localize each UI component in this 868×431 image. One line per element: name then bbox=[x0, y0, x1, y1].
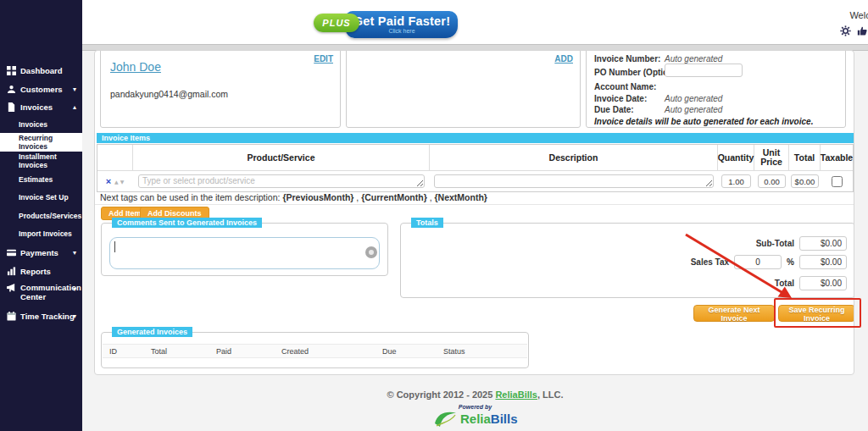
dashboard-icon bbox=[7, 66, 16, 75]
invoice-number-value: Auto generated bbox=[665, 54, 722, 64]
total-label: Total bbox=[775, 279, 794, 288]
taxable-column: Taxable bbox=[821, 145, 853, 170]
percent-sign: % bbox=[787, 257, 794, 267]
sidebar-item-communication-center[interactable]: Communication Center ▾ bbox=[0, 282, 82, 304]
copyright-prefix: © Copyright 2012 - 2025 bbox=[387, 390, 495, 400]
save-recurring-invoice-button[interactable]: Save Recurring Invoice bbox=[778, 305, 854, 322]
taxable-checkbox[interactable] bbox=[832, 176, 843, 187]
copyright-line: © Copyright 2012 - 2025 ReliaBills, LLC. bbox=[82, 390, 868, 400]
sidebar-sublabel: Invoices bbox=[19, 120, 47, 129]
reliabills-swoosh-icon bbox=[433, 410, 457, 428]
comment-addon-icon[interactable] bbox=[365, 246, 377, 258]
invoices-icon bbox=[7, 102, 16, 112]
copyright-suffix: , LLC. bbox=[537, 390, 564, 400]
generated-invoices-fieldset: Generated Invoices ID Total Paid Created… bbox=[101, 332, 529, 368]
sales-tax-row: Sales Tax % bbox=[691, 255, 847, 269]
sidebar-label: Communication Center bbox=[20, 283, 70, 301]
edit-customer-link[interactable]: EDIT bbox=[314, 54, 333, 64]
recurring-invoice-card: EDIT John Doe pandakyung0414@gmail.com A… bbox=[94, 50, 854, 375]
move-up-icon[interactable]: ▲ bbox=[114, 177, 119, 186]
auto-generated-note: Invoice details will be auto generated f… bbox=[594, 117, 813, 126]
banner-click-here[interactable]: Click here bbox=[346, 28, 458, 34]
generate-next-invoice-button[interactable]: Generate Next Invoice bbox=[693, 305, 775, 322]
communication-icon bbox=[7, 283, 16, 292]
comments-legend: Comments Sent to Generated Invoices bbox=[112, 218, 262, 228]
sidebar-subitem-installment-invoices[interactable]: Installment Invoices bbox=[0, 154, 82, 167]
line-total-input[interactable] bbox=[791, 174, 819, 188]
account-name-label: Account Name: bbox=[594, 82, 656, 91]
due-date-label: Due Date: bbox=[594, 105, 634, 114]
sidebar-item-reports[interactable]: Reports bbox=[0, 264, 82, 278]
sidebar-label: Customers bbox=[20, 85, 63, 94]
sidebar-subitem-estimates[interactable]: Estimates bbox=[0, 173, 82, 185]
comments-textarea[interactable] bbox=[109, 237, 380, 269]
items-controls-column bbox=[97, 145, 133, 170]
tags-note: Next tags can be used in the item descri… bbox=[100, 192, 487, 202]
gi-col-id: ID bbox=[109, 347, 117, 356]
gi-col-due: Due bbox=[382, 347, 397, 356]
reliabills-link[interactable]: ReliaBills bbox=[495, 390, 537, 400]
chevron-down-icon: ▾ bbox=[73, 285, 76, 293]
invoice-date-label: Invoice Date: bbox=[594, 94, 647, 103]
tag-previous-month: {PreviousMonth} bbox=[282, 192, 353, 202]
product-service-column: Product/Service bbox=[133, 145, 430, 170]
customer-name-link[interactable]: John Doe bbox=[110, 60, 161, 74]
total-input[interactable] bbox=[799, 276, 847, 290]
thumbs-up-icon[interactable] bbox=[857, 25, 868, 36]
sidebar-subitem-recurring-invoices[interactable]: Recurring Invoices bbox=[0, 133, 82, 152]
unit-price-input[interactable] bbox=[758, 174, 786, 188]
sidebar-sublabel: Import Invoices bbox=[19, 229, 72, 238]
gear-icon[interactable] bbox=[840, 25, 851, 36]
subtotal-row: Sub-Total bbox=[756, 236, 847, 251]
sidebar-item-time-tracking[interactable]: Time Tracking ▾ bbox=[0, 309, 82, 323]
sidebar-sublabel: Products/Services bbox=[19, 212, 81, 220]
po-number-input[interactable] bbox=[665, 64, 743, 77]
time-tracking-icon bbox=[7, 312, 16, 321]
tag-separator: , bbox=[353, 192, 361, 202]
sidebar-item-invoices[interactable]: Invoices ▴ bbox=[0, 100, 82, 113]
description-input[interactable] bbox=[434, 174, 714, 188]
sales-tax-label: Sales Tax bbox=[691, 257, 729, 267]
main-content: EDIT John Doe pandakyung0414@gmail.com A… bbox=[82, 51, 868, 431]
chevron-down-icon: ▾ bbox=[73, 86, 76, 93]
chevron-down-icon: ▾ bbox=[73, 312, 76, 320]
invoice-date-value: Auto generated bbox=[665, 94, 722, 103]
generated-invoices-legend: Generated Invoices bbox=[112, 327, 192, 337]
sidebar-subitem-products-services[interactable]: Products/Services bbox=[0, 209, 82, 222]
tag-next-month: {NextMonth} bbox=[435, 192, 487, 202]
get-paid-faster-banner[interactable]: Get Paid Faster! Click here PLUS bbox=[314, 7, 483, 42]
customers-icon bbox=[7, 85, 16, 94]
totals-legend: Totals bbox=[411, 218, 443, 228]
gi-col-status: Status bbox=[443, 347, 465, 356]
items-header-row: Product/Service Description Quantity Uni… bbox=[97, 145, 853, 171]
sidebar-item-dashboard[interactable]: Dashboard bbox=[0, 64, 82, 77]
customer-box: EDIT John Doe pandakyung0414@gmail.com bbox=[100, 50, 341, 128]
tags-note-prefix: Next tags can be used in the item descri… bbox=[100, 192, 282, 202]
banner-body[interactable]: Get Paid Faster! Click here bbox=[346, 11, 458, 38]
top-header: Get Paid Faster! Click here PLUS Welcome… bbox=[82, 0, 868, 44]
chevron-up-icon: ▴ bbox=[73, 103, 76, 111]
add-recipient-link[interactable]: ADD bbox=[554, 54, 573, 64]
sidebar-subitem-invoice-set-up[interactable]: Invoice Set Up bbox=[0, 191, 82, 203]
welcome-text: Welcome Back bbox=[830, 10, 868, 20]
quantity-input[interactable] bbox=[721, 174, 751, 188]
sidebar-label: Invoices bbox=[20, 102, 53, 112]
invoice-number-label: Invoice Number: bbox=[594, 54, 660, 64]
tag-current-month: {CurrentMonth} bbox=[361, 192, 427, 202]
sales-tax-amount-input[interactable] bbox=[799, 255, 847, 269]
chevron-down-icon: ▾ bbox=[73, 249, 76, 257]
reliabills-logo: ReliaBills bbox=[82, 410, 868, 428]
subtotal-label: Sub-Total bbox=[756, 239, 794, 248]
recipients-box: ADD bbox=[346, 50, 581, 128]
subtotal-input[interactable] bbox=[799, 236, 847, 251]
sidebar-item-payments[interactable]: Payments ▾ bbox=[0, 246, 82, 259]
delete-item-icon[interactable]: × bbox=[106, 177, 111, 186]
sidebar-subitem-invoices[interactable]: Invoices bbox=[0, 118, 82, 130]
text-cursor bbox=[114, 241, 115, 252]
invoice-items-table: Product/Service Description Quantity Uni… bbox=[97, 144, 854, 192]
sidebar-item-customers[interactable]: Customers ▾ bbox=[0, 82, 82, 96]
sidebar-subitem-import-invoices[interactable]: Import Invoices bbox=[0, 227, 82, 240]
move-down-icon[interactable]: ▼ bbox=[120, 177, 125, 186]
sales-tax-rate-input[interactable] bbox=[734, 255, 782, 269]
product-service-input[interactable] bbox=[138, 174, 425, 188]
